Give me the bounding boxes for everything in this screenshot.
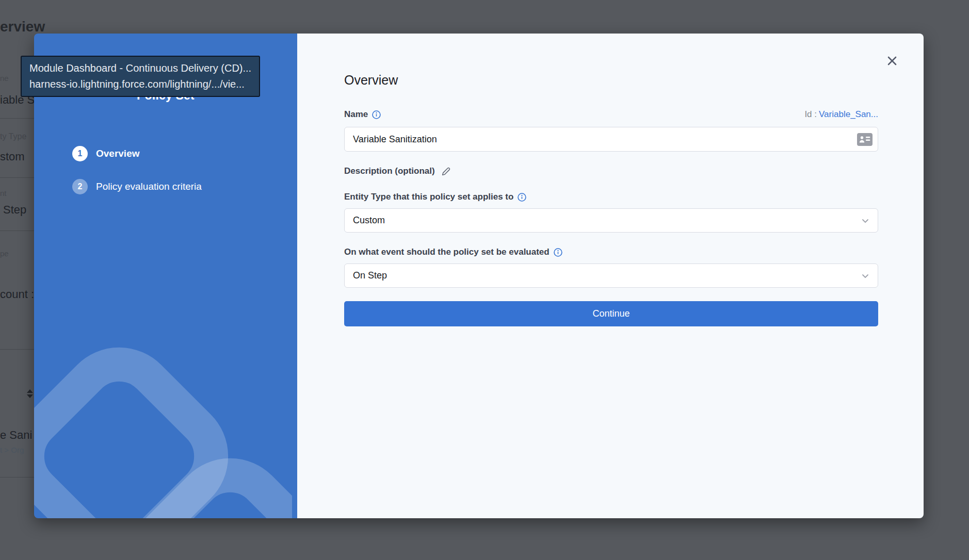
name-input-wrap <box>344 127 878 152</box>
step-overview[interactable]: 1 Overview <box>72 146 297 161</box>
bg-value-fragment: Step <box>3 203 26 217</box>
name-label-text: Name <box>344 109 368 120</box>
page-title: Overview <box>344 34 878 88</box>
bg-value-fragment: count : <box>0 288 34 301</box>
bg-label-fragment: ty Type <box>0 132 26 141</box>
event-value: On Step <box>353 270 387 281</box>
id-prefix: Id : <box>804 109 817 119</box>
entity-type-label: Entity Type that this policy set applies… <box>344 192 878 202</box>
step-policy-evaluation-criteria[interactable]: 2 Policy evaluation criteria <box>72 179 297 194</box>
harness-logo-watermark <box>34 286 292 518</box>
bg-label-fragment: pe <box>0 249 9 258</box>
bg-label-fragment: nt <box>0 189 7 197</box>
step-number-badge: 1 <box>72 146 88 161</box>
wizard-sidebar: Policy Set 1 Overview 2 Policy evaluatio… <box>34 34 297 518</box>
id-link[interactable]: Variable_San... <box>819 109 878 119</box>
name-row: Name Id :Variable_San... <box>344 109 878 120</box>
description-label: Description (optional) <box>344 166 435 176</box>
info-icon[interactable] <box>372 110 381 119</box>
overview-panel: Overview Name Id :Variable_San... <box>297 34 924 518</box>
chevron-down-icon <box>861 217 869 225</box>
bg-breadcrumb-fragment: t > Org <box>0 446 24 454</box>
entity-type-label-text: Entity Type that this policy set applies… <box>344 192 513 202</box>
bg-value-fragment: stom <box>0 150 25 163</box>
entity-id: Id :Variable_San... <box>804 109 878 120</box>
info-icon[interactable] <box>518 193 526 202</box>
step-label: Overview <box>96 148 140 159</box>
entity-type-select[interactable]: Custom <box>344 208 878 233</box>
bg-heading-fragment: erview <box>0 19 45 35</box>
info-icon[interactable] <box>554 248 562 257</box>
pencil-icon[interactable] <box>441 167 451 176</box>
tooltip-title: Module Dashboard - Continuous Delivery (… <box>29 60 251 76</box>
chevron-down-icon <box>861 272 869 280</box>
screen: erview ne iable S ty Type stom nt Step p… <box>0 0 969 560</box>
step-number-badge: 2 <box>72 179 88 194</box>
continue-button[interactable]: Continue <box>344 301 878 326</box>
policy-set-modal: Policy Set 1 Overview 2 Policy evaluatio… <box>34 34 924 518</box>
link-status-tooltip: Module Dashboard - Continuous Delivery (… <box>21 56 260 97</box>
step-label: Policy evaluation criteria <box>96 181 202 192</box>
description-row: Description (optional) <box>344 166 878 176</box>
entity-type-value: Custom <box>353 215 385 226</box>
tooltip-url: harness-io.lightning.force.com/lightning… <box>29 76 251 92</box>
close-icon <box>886 55 898 67</box>
close-button[interactable] <box>884 53 900 69</box>
bg-row-fragment: e Sani <box>0 429 32 442</box>
event-label: On what event should the policy set be e… <box>344 247 878 257</box>
event-select[interactable]: On Step <box>344 263 878 288</box>
bg-label-fragment: ne <box>0 74 9 83</box>
name-label: Name <box>344 109 381 120</box>
event-label-text: On what event should the policy set be e… <box>344 247 550 257</box>
name-input[interactable] <box>352 134 857 145</box>
sort-icon <box>27 389 33 398</box>
wizard-steps: 1 Overview 2 Policy evaluation criteria <box>34 146 297 194</box>
id-card-icon[interactable] <box>857 133 873 146</box>
